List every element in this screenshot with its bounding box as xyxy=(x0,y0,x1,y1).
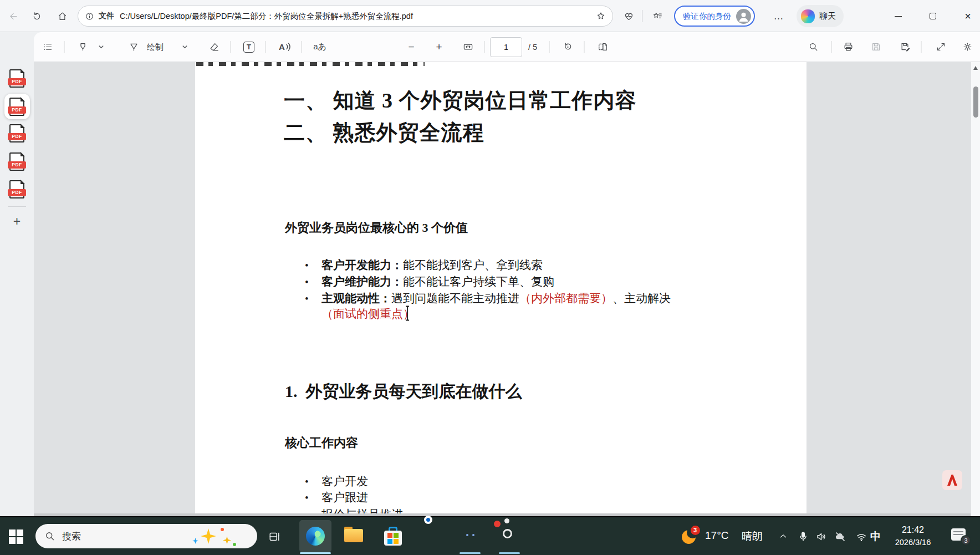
translate-button[interactable]: aあ xyxy=(310,38,329,57)
notification-center-button[interactable]: 3 xyxy=(951,528,968,543)
zoom-out-button[interactable]: − xyxy=(402,38,421,57)
browser-essentials-button[interactable] xyxy=(620,7,637,25)
tray-volume[interactable] xyxy=(814,529,829,544)
recording-dot xyxy=(493,520,502,528)
toc-button[interactable] xyxy=(38,38,57,57)
vertical-scrollbar[interactable] xyxy=(971,62,980,516)
scrollbar-thumb[interactable] xyxy=(973,86,978,118)
rotate-button[interactable] xyxy=(558,38,577,57)
start-button[interactable] xyxy=(8,528,24,545)
taskbar-file-explorer[interactable] xyxy=(344,527,363,546)
pdf-tab-1[interactable]: PDF xyxy=(4,65,30,91)
address-bar[interactable]: 文件 C:/Users/L/Desktop/最终版PDF/第二部分：外贸岗位全景… xyxy=(78,6,613,27)
rotate-icon xyxy=(563,42,573,52)
translate-icon: aあ xyxy=(313,42,326,52)
draw-button[interactable] xyxy=(124,38,143,57)
page-view-button[interactable] xyxy=(593,38,612,57)
running-indicator xyxy=(499,552,520,554)
pdf-settings-button[interactable] xyxy=(958,38,977,57)
microphone-icon xyxy=(797,531,809,543)
scroll-up-arrow[interactable] xyxy=(973,66,978,70)
zoom-in-button[interactable]: + xyxy=(430,38,448,57)
pdf-tab-5[interactable]: PDF xyxy=(4,176,30,202)
pdf-tab-2-active[interactable]: PDF xyxy=(4,94,30,119)
search-icon xyxy=(808,42,819,52)
taskbar-edge-active[interactable] xyxy=(299,520,331,552)
divider xyxy=(831,41,832,53)
maximize-button[interactable] xyxy=(922,7,944,26)
ime-indicator[interactable]: 中 xyxy=(870,529,881,544)
pdf-file-icon: PDF xyxy=(9,124,24,142)
taskbar-obs[interactable] xyxy=(500,527,519,546)
settings-more-button[interactable]: … xyxy=(769,7,788,26)
pdf-tab-3[interactable]: PDF xyxy=(4,120,30,146)
chevron-down-icon xyxy=(98,44,104,50)
tray-expand-button[interactable] xyxy=(776,531,790,542)
back-button[interactable] xyxy=(4,7,22,25)
save-as-button[interactable] xyxy=(896,38,915,57)
pdf-tab-4[interactable]: PDF xyxy=(4,149,30,174)
open-in-acrobat-button[interactable] xyxy=(942,470,962,490)
minimize-button[interactable] xyxy=(887,7,909,26)
close-button[interactable]: × xyxy=(957,7,979,26)
bullet-dot: • xyxy=(305,492,321,504)
draw-dropdown[interactable] xyxy=(178,38,191,57)
pdf-file-icon: PDF xyxy=(9,69,24,88)
add-text-button[interactable]: T xyxy=(239,38,258,57)
read-aloud-icon: A xyxy=(279,42,285,52)
refresh-button[interactable] xyxy=(28,7,45,25)
browser-chrome: 文件 C:/Users/L/Desktop/最终版PDF/第二部分：外贸岗位全景… xyxy=(0,0,980,32)
url-scheme-label: 文件 xyxy=(99,11,114,21)
copilot-label: 聊天 xyxy=(819,11,836,22)
adobe-acrobat-icon xyxy=(946,473,958,487)
task-view-icon xyxy=(268,531,280,543)
page-total-label: / 5 xyxy=(528,43,537,52)
text-cursor xyxy=(404,305,411,322)
highlight-button[interactable] xyxy=(73,38,92,57)
search-document-button[interactable] xyxy=(804,38,823,57)
taskbar-store[interactable] xyxy=(384,527,403,546)
print-button[interactable] xyxy=(839,38,858,57)
home-button[interactable] xyxy=(53,7,71,25)
cloud-slash-icon xyxy=(834,531,846,543)
sparkle-icon xyxy=(192,538,198,544)
erase-button[interactable] xyxy=(205,38,223,57)
eraser-icon xyxy=(209,42,220,52)
bullet-dot: • xyxy=(305,259,321,272)
running-indicator xyxy=(300,552,331,554)
pdf-page: 一、 知道 3 个外贸岗位日常工作内容 二、 熟悉外贸全流程 外贸业务员岗位最核… xyxy=(195,62,807,516)
new-tab-button[interactable]: + xyxy=(8,213,27,230)
divider xyxy=(266,41,266,53)
copilot-chat-button[interactable]: 聊天 xyxy=(797,5,844,27)
tray-network[interactable] xyxy=(854,529,869,544)
taskbar-clock[interactable]: 21:42 2026/3/16 xyxy=(885,523,941,549)
fullscreen-button[interactable] xyxy=(931,38,950,57)
taskbar-search-box[interactable]: 搜索 xyxy=(35,524,257,548)
running-indicator xyxy=(460,552,481,554)
weather-widget[interactable]: 3 xyxy=(679,528,698,545)
pdf-file-icon: PDF xyxy=(9,180,24,198)
core-values-title: 外贸业务员岗位最核心的 3 个价值 xyxy=(285,220,468,236)
read-aloud-button[interactable]: A xyxy=(275,38,294,57)
favorites-list-button[interactable] xyxy=(649,7,666,25)
weather-condition: 晴朗 xyxy=(742,529,763,544)
bullet-continuation: （面试的侧重点） xyxy=(321,306,415,322)
bullet-item: •主观能动性：遇到问题能不能主动推进（内外部都需要）、主动解决 xyxy=(305,291,671,306)
page-number-input[interactable] xyxy=(490,37,522,57)
fit-width-button[interactable] xyxy=(458,38,477,57)
favorite-star-icon[interactable] xyxy=(596,11,606,21)
taskbar-dark-app[interactable] xyxy=(462,527,481,546)
refresh-icon xyxy=(32,11,42,22)
task-view-button[interactable] xyxy=(265,527,284,546)
tray-onedrive[interactable] xyxy=(833,529,848,544)
taskbar-outlook[interactable] xyxy=(423,527,442,546)
tray-microphone[interactable] xyxy=(796,529,810,544)
verify-identity-button[interactable]: 验证你的身份 xyxy=(674,6,755,27)
bullet-item: •客户跟进 xyxy=(305,490,368,505)
highlight-dropdown[interactable] xyxy=(95,38,107,57)
clock-date: 2026/3/16 xyxy=(885,537,941,549)
pdf-toolbar: 绘制 T A aあ − + / 5 xyxy=(34,32,980,62)
save-button[interactable] xyxy=(866,38,885,57)
bullet-item: •客户开发能力：能不能找到客户、拿到线索 xyxy=(305,257,543,273)
bullet-dot: • xyxy=(305,276,321,288)
